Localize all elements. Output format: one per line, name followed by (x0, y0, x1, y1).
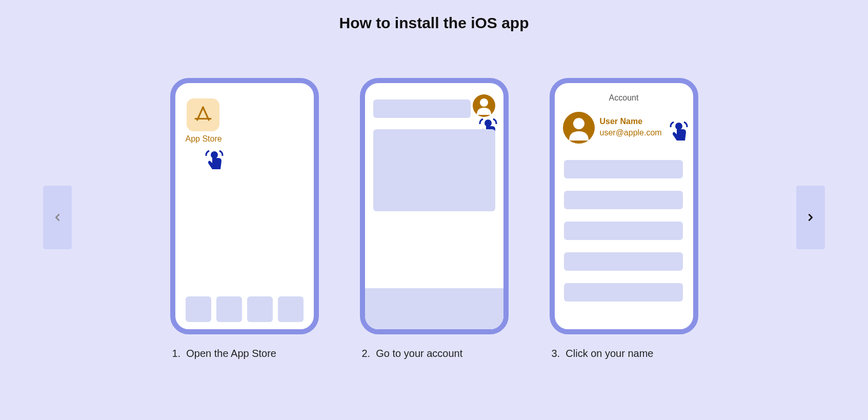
user-name: User Name (600, 117, 643, 126)
user-email: user@apple.com (600, 128, 662, 137)
app-store-icon (187, 98, 219, 131)
chevron-left-icon (52, 212, 63, 223)
chevron-right-icon (805, 212, 816, 223)
svg-point-7 (485, 119, 492, 127)
phone-mock-3: Account User Name user@apple.com (550, 78, 698, 334)
step-1: App Store 1. Open the App Store (170, 78, 319, 359)
body-placeholder (373, 129, 495, 211)
step-caption: 3. Click on your name (552, 348, 654, 359)
step-2: 2. Go to your account (360, 78, 509, 359)
settings-row-placeholder (564, 191, 683, 209)
steps-carousel: App Store 1. Open the App Store (0, 78, 868, 359)
svg-point-9 (675, 123, 682, 130)
phone-mock-2 (360, 78, 509, 334)
app-store-label: App Store (186, 134, 222, 144)
tap-icon (669, 120, 689, 143)
phone-mock-1: App Store (170, 78, 319, 334)
next-button[interactable] (796, 186, 825, 249)
svg-point-8 (573, 118, 584, 129)
account-title: Account (555, 93, 693, 103)
dock-app-placeholder (278, 296, 304, 322)
bottom-bar-placeholder (365, 288, 503, 329)
tap-icon (204, 149, 225, 171)
prev-button[interactable] (43, 186, 72, 249)
dock-app-placeholder (186, 296, 211, 322)
header-placeholder (373, 99, 471, 118)
settings-row-placeholder (564, 283, 683, 302)
svg-point-5 (211, 151, 218, 158)
svg-point-6 (480, 98, 488, 107)
dock-app-placeholder (247, 296, 273, 322)
user-avatar-icon (563, 112, 595, 144)
settings-row-placeholder (564, 222, 683, 240)
step-caption: 2. Go to your account (362, 348, 463, 359)
step-caption: 1. Open the App Store (172, 348, 276, 359)
step-3: Account User Name user@apple.com 3. (550, 78, 698, 359)
dock-app-placeholder (216, 296, 242, 322)
account-avatar-icon (473, 94, 495, 117)
settings-row-placeholder (564, 252, 683, 271)
page-title: How to install the iOS app (0, 0, 868, 32)
settings-row-placeholder (564, 160, 683, 178)
